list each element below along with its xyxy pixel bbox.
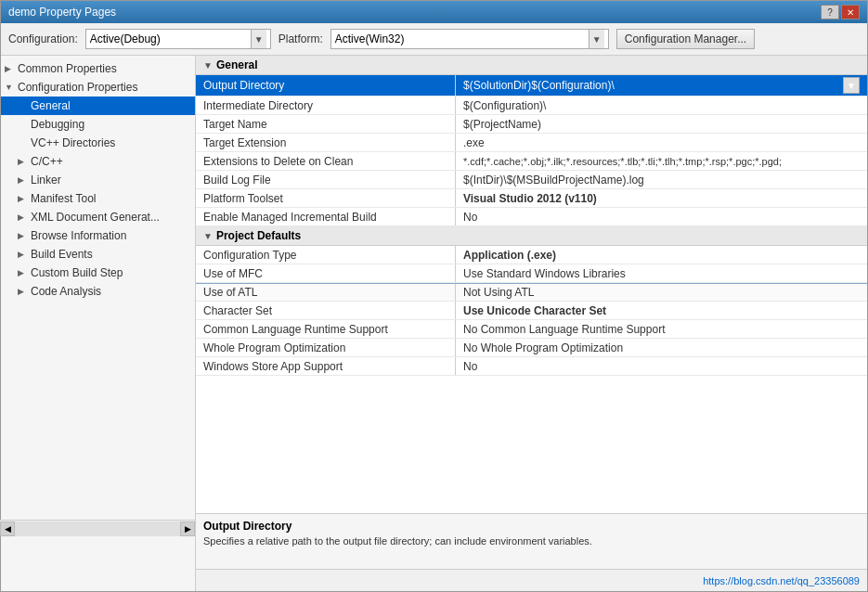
configuration-arrow: ▼: [251, 30, 266, 48]
main-content: ▶ Common Properties ▼ Configuration Prop…: [1, 56, 867, 591]
sidebar-item-debugging[interactable]: Debugging: [1, 115, 195, 134]
help-button[interactable]: ?: [821, 5, 839, 19]
sidebar-label-code-analysis: Code Analysis: [31, 285, 191, 298]
prop-value-build-log: $(IntDir)\$(MSBuildProjectName).log: [456, 171, 867, 188]
prop-row-extensions-delete[interactable]: Extensions to Delete on Clean *.cdf;*.ca…: [196, 152, 867, 171]
prop-row-windows-store[interactable]: Windows Store App Support No: [196, 357, 867, 376]
prop-value-platform-toolset: Visual Studio 2012 (v110): [456, 189, 867, 207]
prop-value-use-atl: Not Using ATL: [456, 284, 867, 301]
sidebar-label-general: General: [31, 99, 191, 112]
prop-value-whole-program: No Whole Program Optimization: [456, 339, 867, 356]
sidebar-label-configuration-properties: Configuration Properties: [18, 81, 191, 94]
close-button[interactable]: ✕: [841, 5, 860, 19]
output-dir-value: $(SolutionDir)$(Configuration)\: [463, 79, 615, 92]
prop-row-target-extension[interactable]: Target Extension .exe: [196, 134, 867, 152]
prop-row-target-name[interactable]: Target Name $(ProjectName): [196, 115, 867, 134]
general-section-title: General: [216, 58, 258, 71]
sidebar-item-configuration-properties[interactable]: ▼ Configuration Properties: [1, 78, 195, 97]
prop-name-use-mfc: Use of MFC: [196, 264, 456, 282]
prop-name-intermediate-directory: Intermediate Directory: [196, 97, 456, 114]
info-panel: Output Directory Specifies a relative pa…: [196, 513, 867, 569]
project-defaults-arrow: ▼: [203, 231, 213, 241]
scroll-left-button[interactable]: ◀: [1, 521, 15, 536]
sidebar-item-code-analysis[interactable]: ▶ Code Analysis: [1, 282, 195, 301]
prop-row-output-directory[interactable]: Output Directory $(SolutionDir)$(Configu…: [196, 75, 867, 97]
window-title: demo Property Pages: [8, 6, 116, 19]
prop-value-target-extension: .exe: [456, 134, 867, 151]
build-events-arrow: ▶: [18, 250, 31, 259]
prop-row-use-mfc[interactable]: Use of MFC Use Standard Windows Librarie…: [196, 264, 867, 283]
sidebar-item-vc-directories[interactable]: VC++ Directories: [1, 134, 195, 152]
prop-name-extensions-delete: Extensions to Delete on Clean: [196, 152, 456, 170]
prop-name-character-set: Character Set: [196, 302, 456, 319]
prop-value-output-directory: $(SolutionDir)$(Configuration)\ ▼: [456, 75, 867, 96]
sidebar-item-custom-build-step[interactable]: ▶ Custom Build Step: [1, 264, 195, 282]
info-title: Output Directory: [203, 520, 860, 533]
prop-value-managed-build: No: [456, 208, 867, 225]
prop-name-use-atl: Use of ATL: [196, 284, 456, 301]
configuration-combo[interactable]: Active(Debug) ▼: [85, 29, 271, 49]
prop-value-intermediate-directory: $(Configuration)\: [456, 97, 867, 114]
sidebar-item-c-cpp[interactable]: ▶ C/C++: [1, 152, 195, 171]
project-defaults-section-header: ▼ Project Defaults: [196, 226, 867, 246]
platform-value: Active(Win32): [335, 32, 405, 45]
prop-row-clr-support[interactable]: Common Language Runtime Support No Commo…: [196, 320, 867, 339]
sidebar-item-general[interactable]: General: [1, 97, 195, 115]
prop-value-character-set: Use Unicode Character Set: [456, 302, 867, 319]
right-panel: ▼ General Output Directory $(SolutionDir…: [196, 56, 867, 591]
general-section-arrow: ▼: [203, 60, 213, 71]
sidebar-label-c-cpp: C/C++: [31, 155, 191, 168]
platform-label: Platform:: [279, 32, 323, 45]
prop-row-build-log[interactable]: Build Log File $(IntDir)\$(MSBuildProjec…: [196, 171, 867, 189]
prop-row-intermediate-directory[interactable]: Intermediate Directory $(Configuration)\: [196, 97, 867, 115]
status-url: https://blog.csdn.net/qq_23356089: [703, 575, 860, 586]
sidebar-item-browse-information[interactable]: ▶ Browse Information: [1, 226, 195, 245]
sidebar-label-browse-information: Browse Information: [31, 229, 191, 242]
prop-row-config-type[interactable]: Configuration Type Application (.exe): [196, 246, 867, 264]
title-bar-buttons: ? ✕: [821, 5, 860, 19]
sidebar-item-manifest-tool[interactable]: ▶ Manifest Tool: [1, 189, 195, 208]
prop-value-use-mfc: Use Standard Windows Libraries: [456, 264, 867, 282]
output-dir-dropdown[interactable]: ▼: [843, 77, 860, 94]
configuration-label: Configuration:: [8, 32, 78, 45]
prop-name-platform-toolset: Platform Toolset: [196, 189, 456, 207]
prop-row-use-atl[interactable]: Use of ATL Not Using ATL: [196, 283, 867, 302]
platform-combo[interactable]: Active(Win32) ▼: [330, 29, 609, 49]
sidebar-item-xml-document[interactable]: ▶ XML Document Generat...: [1, 208, 195, 226]
prop-name-managed-build: Enable Managed Incremental Build: [196, 208, 456, 225]
prop-name-target-name: Target Name: [196, 115, 456, 133]
toolbar: Configuration: Active(Debug) ▼ Platform:…: [1, 23, 867, 56]
sidebar-label-xml-document: XML Document Generat...: [31, 211, 191, 224]
sidebar-label-build-events: Build Events: [31, 248, 191, 261]
sidebar-scrollbar: ◀ ▶: [1, 520, 195, 536]
prop-row-character-set[interactable]: Character Set Use Unicode Character Set: [196, 302, 867, 320]
prop-name-target-extension: Target Extension: [196, 134, 456, 151]
prop-name-build-log: Build Log File: [196, 171, 456, 188]
prop-row-managed-build[interactable]: Enable Managed Incremental Build No: [196, 208, 867, 226]
title-bar: demo Property Pages ? ✕: [1, 1, 867, 23]
project-defaults-title: Project Defaults: [216, 229, 301, 242]
sidebar-item-build-events[interactable]: ▶ Build Events: [1, 245, 195, 264]
prop-name-config-type: Configuration Type: [196, 246, 456, 264]
general-section-header: ▼ General: [196, 56, 867, 75]
browse-arrow: ▶: [18, 231, 31, 240]
linker-arrow: ▶: [18, 175, 31, 185]
manifest-arrow: ▶: [18, 194, 31, 203]
prop-value-windows-store: No: [456, 357, 867, 375]
main-window: demo Property Pages ? ✕ Configuration: A…: [0, 0, 868, 592]
prop-row-platform-toolset[interactable]: Platform Toolset Visual Studio 2012 (v11…: [196, 189, 867, 208]
sidebar: ▶ Common Properties ▼ Configuration Prop…: [1, 56, 196, 591]
sidebar-item-common-properties[interactable]: ▶ Common Properties: [1, 59, 195, 78]
scroll-right-button[interactable]: ▶: [180, 521, 195, 536]
code-arrow: ▶: [18, 287, 31, 296]
prop-name-whole-program: Whole Program Optimization: [196, 339, 456, 356]
configuration-properties-arrow: ▼: [5, 83, 18, 92]
config-manager-button[interactable]: Configuration Manager...: [616, 29, 755, 49]
common-properties-arrow: ▶: [5, 64, 18, 73]
sidebar-label-vc-directories: VC++ Directories: [31, 136, 191, 149]
configuration-value: Active(Debug): [90, 32, 161, 45]
sidebar-label-common-properties: Common Properties: [18, 62, 191, 75]
prop-row-whole-program[interactable]: Whole Program Optimization No Whole Prog…: [196, 339, 867, 357]
prop-value-config-type: Application (.exe): [456, 246, 867, 264]
sidebar-item-linker[interactable]: ▶ Linker: [1, 171, 195, 189]
